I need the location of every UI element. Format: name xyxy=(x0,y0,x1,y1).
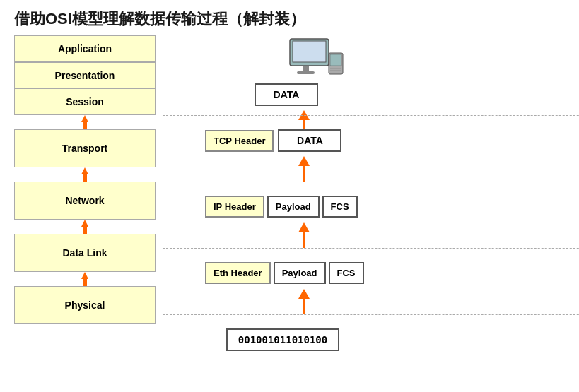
arrow-up-datalink xyxy=(298,289,310,314)
layer-application: Application xyxy=(15,36,155,62)
layer-physical: Physical xyxy=(14,286,156,324)
data-row-datalink: Eth Header Payload FCS xyxy=(205,262,364,284)
page-title: 借助OSI模型理解数据传输过程（解封装） xyxy=(0,0,579,35)
data-box-transport-data: DATA xyxy=(278,129,341,152)
layer-datalink: Data Link xyxy=(14,234,156,272)
computer-icon xyxy=(283,35,346,81)
layer-group-app: Application Presentation Session xyxy=(14,35,156,115)
data-box-datalink-payload: Payload xyxy=(274,262,326,284)
svg-rect-1 xyxy=(293,41,326,62)
data-row-physical: 001001011010100 xyxy=(226,328,339,351)
layer-presentation: Presentation xyxy=(15,62,155,89)
svg-rect-2 xyxy=(303,66,309,71)
data-row-transport: TCP Header DATA xyxy=(205,129,341,152)
data-column: DATA TCP Header DATA IP Header Payload F… xyxy=(184,35,565,374)
dashed-line-2 xyxy=(163,182,579,182)
layer-network: Network xyxy=(14,182,156,220)
diagram-area: Application Presentation Session Transpo… xyxy=(0,35,579,374)
layer-session: Session xyxy=(15,89,155,114)
data-box-tcp: TCP Header xyxy=(205,130,274,152)
arrow-up-network xyxy=(298,222,310,248)
data-box-eth: Eth Header xyxy=(205,262,271,284)
data-row-session: DATA xyxy=(255,83,318,106)
svg-rect-3 xyxy=(297,71,315,74)
arrow-datalink-physical xyxy=(14,272,156,286)
arrow-up-transport xyxy=(298,156,310,182)
arrow-session-transport xyxy=(14,115,156,129)
data-box-bits: 001001011010100 xyxy=(226,328,339,351)
data-box-datalink-fcs: FCS xyxy=(329,262,364,284)
data-box-ip: IP Header xyxy=(205,196,264,218)
data-box-network-fcs: FCS xyxy=(322,196,358,218)
svg-rect-5 xyxy=(330,54,341,66)
layer-transport: Transport xyxy=(14,129,156,167)
layers-column: Application Presentation Session Transpo… xyxy=(14,35,156,374)
dashed-line-1 xyxy=(163,115,579,116)
data-row-network: IP Header Payload FCS xyxy=(205,196,358,218)
dashed-line-4 xyxy=(163,314,579,315)
dashed-line-3 xyxy=(163,248,579,249)
data-box-session-data: DATA xyxy=(255,83,318,106)
arrow-network-datalink xyxy=(14,220,156,234)
arrow-transport-network xyxy=(14,167,156,182)
data-box-network-payload: Payload xyxy=(267,196,320,218)
